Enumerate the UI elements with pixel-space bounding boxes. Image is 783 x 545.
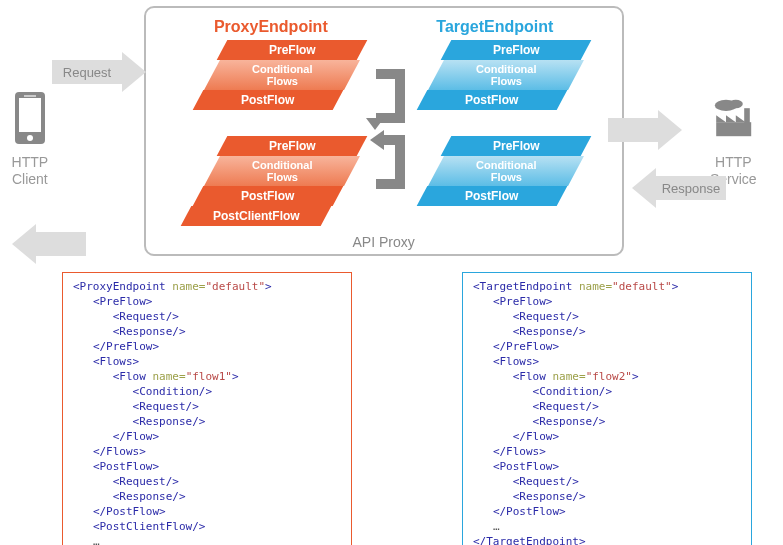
arrow-left-icon [632,168,656,208]
target-res-condflows: ConditionalFlows [428,156,584,186]
svg-rect-3 [24,95,36,97]
response-arrow: Response [632,168,726,208]
factory-icon [712,90,754,146]
http-client-column: HTTPClient [0,0,60,188]
target-req-condflows: ConditionalFlows [428,60,584,90]
api-proxy-caption: API Proxy [146,234,622,250]
svg-rect-1 [19,98,41,132]
proxy-request-stack: PreFlow ConditionalFlows PostFlow [182,40,362,110]
target-res-postflow: PostFlow [416,186,567,206]
proxy-res-postflow: PostFlow [192,186,343,206]
to-client-arrow [12,224,86,264]
arrow-right-icon [658,110,682,150]
request-arrow: Request [52,52,146,92]
svg-marker-9 [717,115,727,122]
target-request-stack: PreFlow ConditionalFlows PostFlow [406,40,586,110]
arrow-left-icon [12,224,36,264]
target-endpoint-code: <TargetEndpoint name="default"> <PreFlow… [462,272,752,545]
target-res-preflow: PreFlow [440,136,591,156]
api-proxy-box: ProxyEndpoint TargetEndpoint PreFlow Con… [144,6,624,256]
proxy-res-condflows: ConditionalFlows [204,156,360,186]
proxy-response-stack: PreFlow ConditionalFlows PostFlow PostCl… [182,136,362,226]
proxy-res-postclientflow: PostClientFlow [180,206,331,226]
http-service-column: HTTPService [684,0,783,188]
request-arrow-label: Request [52,60,122,84]
target-response-stack: PreFlow ConditionalFlows PostFlow [406,136,586,226]
target-endpoint-title: TargetEndpoint [436,18,553,36]
proxy-endpoint-code: <ProxyEndpoint name="default"> <PreFlow>… [62,272,352,545]
target-req-preflow: PreFlow [440,40,591,60]
proxy-res-preflow: PreFlow [216,136,367,156]
proxy-endpoint-title: ProxyEndpoint [214,18,328,36]
proxy-req-postflow: PostFlow [192,90,343,110]
http-client-label: HTTPClient [12,154,49,188]
svg-marker-10 [726,115,736,122]
arrow-right-icon [122,52,146,92]
to-service-arrow [608,110,682,150]
request-flow-row: PreFlow ConditionalFlows PostFlow PreFlo… [160,40,608,110]
svg-marker-11 [736,115,746,122]
column-titles: ProxyEndpoint TargetEndpoint [160,18,608,36]
phone-icon [9,90,51,146]
proxy-req-condflows: ConditionalFlows [204,60,360,90]
response-arrow-label: Response [656,176,726,200]
response-flow-row: PreFlow ConditionalFlows PostFlow PostCl… [160,136,608,226]
target-req-postflow: PostFlow [416,90,567,110]
svg-point-7 [729,100,743,108]
proxy-req-preflow: PreFlow [216,40,367,60]
svg-rect-12 [745,108,751,125]
svg-point-2 [27,135,33,141]
code-row: <ProxyEndpoint name="default"> <PreFlow>… [0,256,783,545]
center-column: ProxyEndpoint TargetEndpoint PreFlow Con… [60,0,684,256]
